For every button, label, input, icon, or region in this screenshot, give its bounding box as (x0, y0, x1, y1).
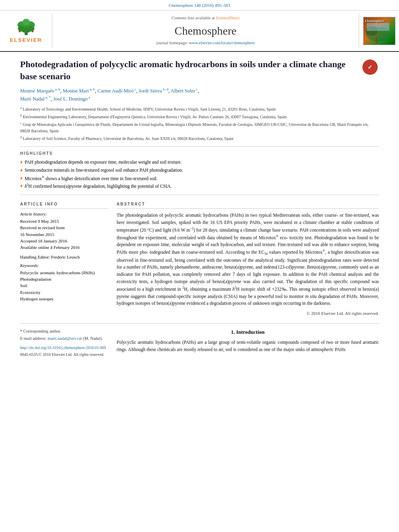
keyword-3: Soil (20, 283, 109, 289)
bullet-icon: ♦ (20, 183, 23, 189)
date-accepted: Accepted 18 January 2016 (20, 238, 109, 244)
introduction-column: 1. Introduction Polycyclic aromatic hydr… (117, 329, 379, 357)
journal-title: Chemosphere (175, 23, 237, 39)
svg-rect-14 (367, 23, 389, 31)
affiliation-b: b Environmental Engineering Laboratory, … (20, 113, 379, 120)
svg-rect-13 (376, 37, 377, 43)
author-sierra[interactable]: Jordi Sierra (139, 88, 162, 94)
doi-link[interactable]: http://dx.doi.org/10.1016/j.chemosphere.… (20, 345, 109, 351)
crossmark-badge[interactable]: ✓ (361, 58, 379, 76)
author-nadal[interactable]: Martí Nadal (20, 96, 45, 102)
journal-reference: Chemosphere 148 (2016) 495–503 (0, 0, 399, 10)
svg-point-5 (18, 26, 24, 31)
affiliations: a Laboratory of Toxicology and Environme… (20, 105, 379, 142)
journal-header: ELSEVIER Contents lists available at Sci… (0, 10, 399, 52)
journal-thumbnail-area: Chemosphere (359, 14, 399, 48)
author-marquès[interactable]: Montse Marquès (20, 88, 54, 94)
highlights-section: HIGHLIGHTS ♦ PAH photodegradation depend… (20, 146, 379, 195)
affiliation-a: a Laboratory of Toxicology and Environme… (20, 105, 379, 112)
journal-thumbnail: Chemosphere (363, 17, 395, 45)
handling-editor: Handling Editor: Frederic Leusch (20, 254, 109, 260)
info-abstract-columns: ARTICLE INFO Article history: Received 9… (20, 201, 379, 316)
bottom-left-col: * Corresponding author. E-mail address: … (20, 329, 109, 357)
svg-point-7 (19, 31, 21, 33)
date-revised: 16 November 2015 (20, 232, 109, 238)
keyword-1: Polycyclic aromatic hydrocarbons (PAHs) (20, 270, 109, 276)
email-link[interactable]: marti.nadal@urv.cat (47, 336, 82, 341)
author-audi-miro[interactable]: Carme Audí-Miró (97, 88, 134, 94)
highlight-item-2: ♦ Semiconductor minerals in fine-texture… (20, 167, 379, 174)
copyright-line: © 2016 Elsevier Ltd. All rights reserved… (117, 310, 379, 316)
elsevier-logo-area: ELSEVIER (0, 14, 52, 48)
author-domingo[interactable]: José L. Domingo (53, 96, 88, 102)
issn-line: 0045-6535/© 2016 Elsevier Ltd. All right… (20, 352, 109, 357)
article-info-label: ARTICLE INFO (20, 201, 109, 209)
bullet-icon: ♦ (20, 167, 23, 174)
date-received: Received 9 May 2015 (20, 218, 109, 224)
svg-text:✓: ✓ (368, 64, 372, 70)
affiliation-d: d Laboratory of Soil Science, Faculty of… (20, 135, 379, 142)
science-direct-link[interactable]: ScienceDirect (216, 16, 240, 20)
bullet-icon: ♦ (20, 175, 23, 182)
date-online: Available online 4 February 2016 (20, 244, 109, 251)
abstract-label: ABSTRACT (117, 201, 379, 209)
keywords-label: Keywords: (20, 263, 109, 269)
homepage-line: journal homepage: www.elsevier.com/locat… (156, 40, 255, 46)
article-info-column: ARTICLE INFO Article history: Received 9… (20, 201, 109, 316)
main-content: Photodegradation of polycyclic aromatic … (0, 52, 399, 366)
date-revised-label: Received in revised form (20, 225, 109, 231)
keyword-4: Ecotoxicity (20, 290, 109, 296)
svg-point-6 (28, 26, 34, 31)
highlight-item-4: ♦ δ2H confirmed benzo(a)pyrene degradati… (20, 183, 379, 189)
elsevier-tree-icon (10, 18, 42, 36)
article-history: Article history: Received 9 May 2015 Rec… (20, 211, 109, 251)
keyword-2: Photodegradation (20, 276, 109, 282)
homepage-url[interactable]: www.elsevier.com/locate/chemosphere (189, 41, 255, 45)
keywords-group: Keywords: Polycyclic aromatic hydrocarbo… (20, 263, 109, 302)
journal-center: Contents lists available at ScienceDirec… (52, 14, 359, 48)
bullet-icon: ♦ (20, 159, 23, 166)
highlights-label: HIGHLIGHTS (20, 151, 379, 156)
highlight-item-1: ♦ PAH photodegradation depends on exposu… (20, 159, 379, 166)
email-line: E-mail address: marti.nadal@urv.cat (M. … (20, 336, 109, 342)
elsevier-wordmark: ELSEVIER (10, 37, 42, 44)
corresponding-note: * Corresponding author. (20, 329, 109, 335)
bottom-section: * Corresponding author. E-mail address: … (20, 323, 379, 357)
crossmark-icon: ✓ (362, 60, 378, 75)
keyword-5: Hydrogen isotopes (20, 296, 109, 302)
contents-line: Contents lists available at ScienceDirec… (171, 15, 239, 21)
abstract-column: ABSTRACT The photodegradation of polycyc… (117, 201, 379, 316)
history-label: Article history: (20, 211, 109, 217)
intro-text: Polycyclic aromatic hydrocarbons (PAHs) … (117, 339, 379, 353)
article-title: Photodegradation of polycyclic aromatic … (20, 58, 379, 82)
affiliation-c: c Grup de Mineralogia Aplicada i Geoquím… (20, 121, 379, 134)
author-mari[interactable]: Montse Mari (63, 88, 89, 94)
thumb-image (364, 23, 393, 44)
authors-line: Montse Marquès a, b, Montse Mari a, b, C… (20, 87, 379, 103)
intro-heading: 1. Introduction (117, 329, 379, 336)
author-soler[interactable]: Albert Soler (171, 88, 195, 94)
svg-point-4 (23, 19, 30, 25)
abstract-text: The photodegradation of polycyclic aroma… (117, 212, 379, 307)
highlight-item-3: ♦ Microtox® shows a higher detoxificatio… (20, 175, 379, 182)
svg-point-8 (31, 31, 33, 33)
